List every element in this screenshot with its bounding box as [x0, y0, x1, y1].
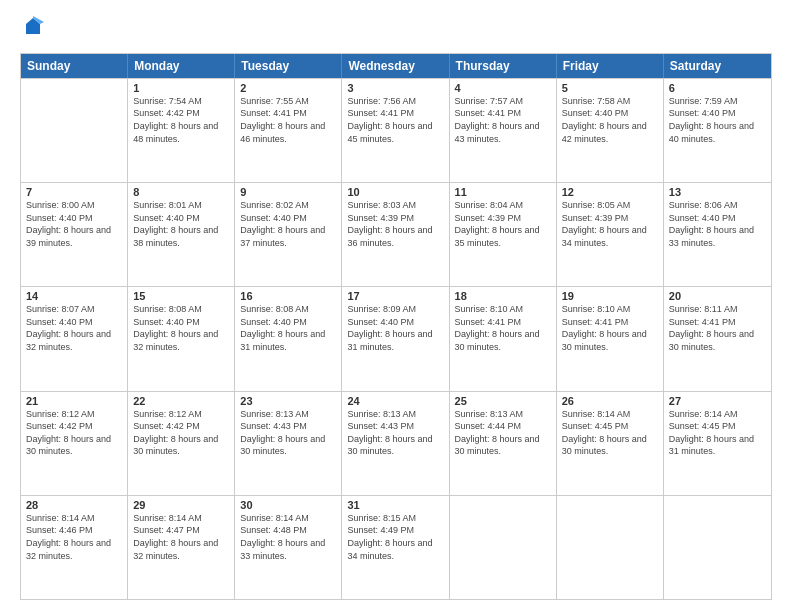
day-number: 6: [669, 82, 766, 94]
calendar-row-5: 28 Sunrise: 8:14 AM Sunset: 4:46 PM Dayl…: [21, 495, 771, 599]
weekday-header-thursday: Thursday: [450, 54, 557, 78]
day-info: Sunrise: 7:54 AM Sunset: 4:42 PM Dayligh…: [133, 95, 229, 145]
day-cell-27: 27 Sunrise: 8:14 AM Sunset: 4:45 PM Dayl…: [664, 392, 771, 495]
day-number: 1: [133, 82, 229, 94]
day-info: Sunrise: 8:14 AM Sunset: 4:48 PM Dayligh…: [240, 512, 336, 562]
day-number: 21: [26, 395, 122, 407]
empty-cell-r4c5: [557, 496, 664, 599]
day-cell-4: 4 Sunrise: 7:57 AM Sunset: 4:41 PM Dayli…: [450, 79, 557, 182]
day-info: Sunrise: 8:01 AM Sunset: 4:40 PM Dayligh…: [133, 199, 229, 249]
day-info: Sunrise: 8:13 AM Sunset: 4:43 PM Dayligh…: [347, 408, 443, 458]
day-cell-21: 21 Sunrise: 8:12 AM Sunset: 4:42 PM Dayl…: [21, 392, 128, 495]
empty-cell-r4c4: [450, 496, 557, 599]
day-info: Sunrise: 7:56 AM Sunset: 4:41 PM Dayligh…: [347, 95, 443, 145]
day-info: Sunrise: 8:15 AM Sunset: 4:49 PM Dayligh…: [347, 512, 443, 562]
day-cell-10: 10 Sunrise: 8:03 AM Sunset: 4:39 PM Dayl…: [342, 183, 449, 286]
day-number: 9: [240, 186, 336, 198]
empty-cell-r0c0: [21, 79, 128, 182]
day-cell-1: 1 Sunrise: 7:54 AM Sunset: 4:42 PM Dayli…: [128, 79, 235, 182]
calendar-row-3: 14 Sunrise: 8:07 AM Sunset: 4:40 PM Dayl…: [21, 286, 771, 390]
day-cell-19: 19 Sunrise: 8:10 AM Sunset: 4:41 PM Dayl…: [557, 287, 664, 390]
weekday-header-wednesday: Wednesday: [342, 54, 449, 78]
day-cell-17: 17 Sunrise: 8:09 AM Sunset: 4:40 PM Dayl…: [342, 287, 449, 390]
day-cell-9: 9 Sunrise: 8:02 AM Sunset: 4:40 PM Dayli…: [235, 183, 342, 286]
calendar-body: 1 Sunrise: 7:54 AM Sunset: 4:42 PM Dayli…: [21, 78, 771, 599]
day-number: 15: [133, 290, 229, 302]
day-number: 19: [562, 290, 658, 302]
day-cell-26: 26 Sunrise: 8:14 AM Sunset: 4:45 PM Dayl…: [557, 392, 664, 495]
day-number: 5: [562, 82, 658, 94]
day-number: 13: [669, 186, 766, 198]
weekday-header-monday: Monday: [128, 54, 235, 78]
day-info: Sunrise: 7:58 AM Sunset: 4:40 PM Dayligh…: [562, 95, 658, 145]
calendar-header: SundayMondayTuesdayWednesdayThursdayFrid…: [21, 54, 771, 78]
day-info: Sunrise: 8:14 AM Sunset: 4:45 PM Dayligh…: [562, 408, 658, 458]
day-cell-14: 14 Sunrise: 8:07 AM Sunset: 4:40 PM Dayl…: [21, 287, 128, 390]
day-cell-5: 5 Sunrise: 7:58 AM Sunset: 4:40 PM Dayli…: [557, 79, 664, 182]
day-info: Sunrise: 8:13 AM Sunset: 4:44 PM Dayligh…: [455, 408, 551, 458]
day-cell-11: 11 Sunrise: 8:04 AM Sunset: 4:39 PM Dayl…: [450, 183, 557, 286]
weekday-header-sunday: Sunday: [21, 54, 128, 78]
day-number: 3: [347, 82, 443, 94]
day-info: Sunrise: 8:07 AM Sunset: 4:40 PM Dayligh…: [26, 303, 122, 353]
day-cell-7: 7 Sunrise: 8:00 AM Sunset: 4:40 PM Dayli…: [21, 183, 128, 286]
day-number: 22: [133, 395, 229, 407]
day-cell-31: 31 Sunrise: 8:15 AM Sunset: 4:49 PM Dayl…: [342, 496, 449, 599]
day-cell-23: 23 Sunrise: 8:13 AM Sunset: 4:43 PM Dayl…: [235, 392, 342, 495]
day-number: 24: [347, 395, 443, 407]
day-cell-28: 28 Sunrise: 8:14 AM Sunset: 4:46 PM Dayl…: [21, 496, 128, 599]
day-cell-25: 25 Sunrise: 8:13 AM Sunset: 4:44 PM Dayl…: [450, 392, 557, 495]
day-number: 30: [240, 499, 336, 511]
day-cell-12: 12 Sunrise: 8:05 AM Sunset: 4:39 PM Dayl…: [557, 183, 664, 286]
day-cell-24: 24 Sunrise: 8:13 AM Sunset: 4:43 PM Dayl…: [342, 392, 449, 495]
calendar-row-2: 7 Sunrise: 8:00 AM Sunset: 4:40 PM Dayli…: [21, 182, 771, 286]
day-cell-16: 16 Sunrise: 8:08 AM Sunset: 4:40 PM Dayl…: [235, 287, 342, 390]
day-cell-30: 30 Sunrise: 8:14 AM Sunset: 4:48 PM Dayl…: [235, 496, 342, 599]
day-number: 27: [669, 395, 766, 407]
day-cell-15: 15 Sunrise: 8:08 AM Sunset: 4:40 PM Dayl…: [128, 287, 235, 390]
day-info: Sunrise: 8:10 AM Sunset: 4:41 PM Dayligh…: [562, 303, 658, 353]
day-number: 31: [347, 499, 443, 511]
weekday-header-friday: Friday: [557, 54, 664, 78]
day-info: Sunrise: 8:08 AM Sunset: 4:40 PM Dayligh…: [133, 303, 229, 353]
day-info: Sunrise: 8:12 AM Sunset: 4:42 PM Dayligh…: [133, 408, 229, 458]
day-info: Sunrise: 8:14 AM Sunset: 4:45 PM Dayligh…: [669, 408, 766, 458]
day-info: Sunrise: 8:04 AM Sunset: 4:39 PM Dayligh…: [455, 199, 551, 249]
logo: [20, 16, 44, 43]
day-number: 2: [240, 82, 336, 94]
day-info: Sunrise: 8:12 AM Sunset: 4:42 PM Dayligh…: [26, 408, 122, 458]
day-info: Sunrise: 8:13 AM Sunset: 4:43 PM Dayligh…: [240, 408, 336, 458]
weekday-header-saturday: Saturday: [664, 54, 771, 78]
logo-icon: [22, 16, 44, 38]
day-info: Sunrise: 8:05 AM Sunset: 4:39 PM Dayligh…: [562, 199, 658, 249]
day-number: 28: [26, 499, 122, 511]
day-number: 16: [240, 290, 336, 302]
day-info: Sunrise: 8:10 AM Sunset: 4:41 PM Dayligh…: [455, 303, 551, 353]
day-cell-2: 2 Sunrise: 7:55 AM Sunset: 4:41 PM Dayli…: [235, 79, 342, 182]
calendar-row-4: 21 Sunrise: 8:12 AM Sunset: 4:42 PM Dayl…: [21, 391, 771, 495]
day-number: 4: [455, 82, 551, 94]
day-number: 10: [347, 186, 443, 198]
day-info: Sunrise: 8:11 AM Sunset: 4:41 PM Dayligh…: [669, 303, 766, 353]
day-info: Sunrise: 8:08 AM Sunset: 4:40 PM Dayligh…: [240, 303, 336, 353]
day-number: 25: [455, 395, 551, 407]
empty-cell-r4c6: [664, 496, 771, 599]
day-number: 20: [669, 290, 766, 302]
day-info: Sunrise: 7:57 AM Sunset: 4:41 PM Dayligh…: [455, 95, 551, 145]
day-number: 11: [455, 186, 551, 198]
day-info: Sunrise: 7:59 AM Sunset: 4:40 PM Dayligh…: [669, 95, 766, 145]
day-number: 23: [240, 395, 336, 407]
day-info: Sunrise: 8:09 AM Sunset: 4:40 PM Dayligh…: [347, 303, 443, 353]
day-number: 8: [133, 186, 229, 198]
day-cell-22: 22 Sunrise: 8:12 AM Sunset: 4:42 PM Dayl…: [128, 392, 235, 495]
day-cell-18: 18 Sunrise: 8:10 AM Sunset: 4:41 PM Dayl…: [450, 287, 557, 390]
day-info: Sunrise: 8:06 AM Sunset: 4:40 PM Dayligh…: [669, 199, 766, 249]
day-cell-29: 29 Sunrise: 8:14 AM Sunset: 4:47 PM Dayl…: [128, 496, 235, 599]
day-cell-20: 20 Sunrise: 8:11 AM Sunset: 4:41 PM Dayl…: [664, 287, 771, 390]
page-header: [20, 16, 772, 43]
day-number: 12: [562, 186, 658, 198]
day-info: Sunrise: 8:14 AM Sunset: 4:46 PM Dayligh…: [26, 512, 122, 562]
day-cell-13: 13 Sunrise: 8:06 AM Sunset: 4:40 PM Dayl…: [664, 183, 771, 286]
day-number: 14: [26, 290, 122, 302]
day-info: Sunrise: 8:03 AM Sunset: 4:39 PM Dayligh…: [347, 199, 443, 249]
